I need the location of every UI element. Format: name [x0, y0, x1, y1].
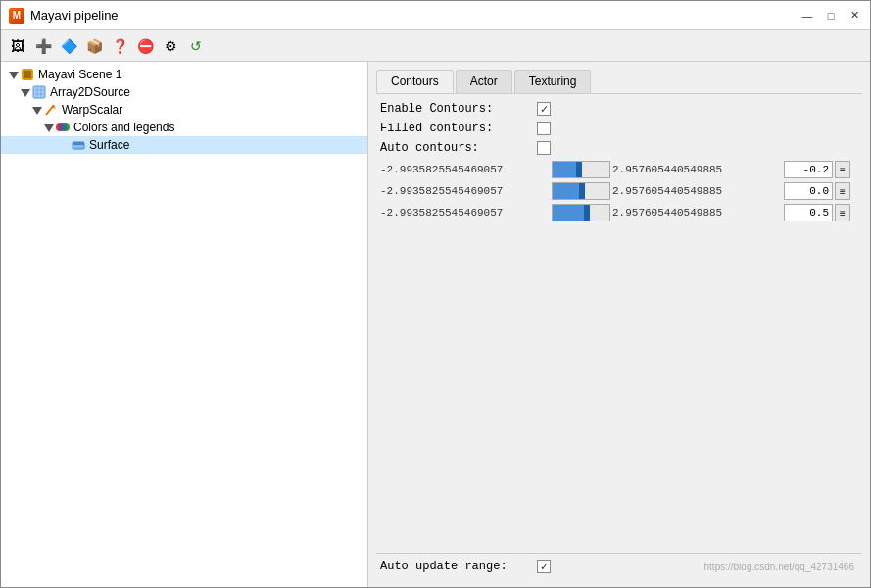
enable-contours-label: Enable Contours:	[380, 102, 537, 116]
tree-label-surface: Surface	[89, 138, 129, 152]
contour-2-value[interactable]	[784, 204, 833, 221]
colors-icon	[56, 121, 70, 134]
auto-contours-row: Auto contours:	[376, 141, 862, 155]
tree-label-colors: Colors and legends	[73, 121, 174, 134]
warpscalar-icon	[44, 103, 58, 117]
filled-contours-checkbox[interactable]	[537, 122, 551, 135]
contours-content: Enable Contours: Filled contours: Auto c…	[376, 102, 862, 553]
contour-1-min: -2.9935825545469057	[380, 185, 552, 197]
arrow-warpscalar	[32, 105, 44, 115]
contour-1-menu-button[interactable]: ≡	[835, 182, 850, 200]
contour-0-thumb[interactable]	[576, 162, 582, 177]
main-window: M Mayavi pipeline — □ ✕ 🖼 ➕ 🔷 📦 ❓ ⛔ ⚙ ↺	[0, 0, 871, 588]
arrow-colors	[44, 122, 56, 132]
contour-1-slider[interactable]	[552, 182, 610, 200]
contour-1-thumb[interactable]	[579, 183, 585, 199]
contour-2-max: 2.957605440549885	[612, 207, 784, 219]
contour-2-thumb[interactable]	[584, 205, 590, 220]
tree-panel: Mayavi Scene 1 Array2DSource	[1, 62, 368, 587]
contour-row-2: -2.9935825545469057 2.957605440549885 ≡	[376, 204, 862, 221]
svg-rect-2	[33, 86, 45, 98]
window-title: Mayavi pipeline	[30, 8, 119, 23]
contour-2-fill	[553, 205, 586, 220]
contour-0-value[interactable]	[784, 161, 833, 178]
auto-update-label: Auto update range:	[380, 560, 537, 573]
contour-row-1: -2.9935825545469057 2.957605440549885 ≡	[376, 182, 862, 200]
title-bar-controls: — □ ✕	[799, 8, 862, 24]
tab-texturing[interactable]: Texturing	[514, 70, 592, 93]
tree-item-colors[interactable]: Colors and legends	[1, 119, 367, 136]
tree-item-surface[interactable]: Surface	[1, 136, 367, 154]
svg-point-11	[59, 123, 67, 131]
surface-icon	[72, 138, 85, 152]
right-panel: Contours Actor Texturing Enable Contours…	[368, 62, 870, 587]
add-module-button[interactable]: 📦	[83, 35, 105, 57]
auto-update-checkbox[interactable]	[537, 560, 551, 573]
arrow-array2d	[21, 87, 32, 97]
tree-item-warpscalar[interactable]: WarpScalar	[1, 101, 367, 119]
minimize-button[interactable]: —	[799, 8, 815, 24]
tree-label-warpscalar: WarpScalar	[62, 103, 122, 117]
tabs: Contours Actor Texturing	[376, 70, 862, 94]
enable-contours-checkbox[interactable]	[537, 102, 551, 116]
tree-label-array2d: Array2DSource	[50, 85, 130, 99]
contour-2-menu-button[interactable]: ≡	[835, 204, 850, 221]
bottom-bar: Auto update range: https://blog.csdn.net…	[376, 553, 862, 579]
filled-contours-row: Filled contours:	[376, 122, 862, 135]
tree-item-scene1[interactable]: Mayavi Scene 1	[1, 66, 367, 83]
arrow-scene1	[9, 70, 21, 79]
contour-1-value[interactable]	[784, 182, 833, 200]
svg-rect-1	[24, 71, 31, 78]
tab-contours[interactable]: Contours	[376, 70, 454, 93]
app-logo: M	[9, 8, 24, 24]
svg-rect-13	[73, 142, 84, 145]
title-bar: M Mayavi pipeline — □ ✕	[1, 1, 870, 30]
contour-1-max: 2.957605440549885	[612, 185, 784, 197]
refresh-button[interactable]: ↺	[185, 35, 207, 57]
close-button[interactable]: ✕	[847, 8, 862, 24]
delete-button[interactable]: ⛔	[134, 35, 156, 57]
array2d-icon	[32, 85, 46, 99]
settings-button[interactable]: ⚙	[160, 35, 181, 57]
scene-icon	[21, 68, 34, 81]
title-bar-left: M Mayavi pipeline	[9, 8, 119, 24]
contour-1-fill	[553, 183, 581, 199]
watermark-text: https://blog.csdn.net/qq_42731466	[704, 562, 858, 572]
add-filter-button[interactable]: 🔷	[58, 35, 79, 57]
contour-row-0: -2.9935825545469057 2.957605440549885 ≡	[376, 161, 862, 178]
new-scene-button[interactable]: 🖼	[7, 35, 28, 57]
filled-contours-label: Filled contours:	[380, 122, 537, 135]
contour-0-fill	[553, 162, 578, 177]
enable-contours-row: Enable Contours:	[376, 102, 862, 116]
tab-actor[interactable]: Actor	[456, 70, 512, 93]
maximize-button[interactable]: □	[823, 8, 839, 24]
contour-2-min: -2.9935825545469057	[380, 207, 552, 219]
tree-item-array2d[interactable]: Array2DSource	[1, 83, 367, 101]
contour-0-max: 2.957605440549885	[612, 164, 784, 175]
contour-0-min: -2.9935825545469057	[380, 164, 552, 175]
auto-contours-checkbox[interactable]	[537, 141, 551, 155]
toolbar: 🖼 ➕ 🔷 📦 ❓ ⛔ ⚙ ↺	[1, 30, 870, 62]
contour-0-slider[interactable]	[552, 161, 610, 178]
tree-label-scene1: Mayavi Scene 1	[38, 68, 121, 81]
contour-2-slider[interactable]	[552, 204, 610, 221]
help-button[interactable]: ❓	[109, 35, 130, 57]
contour-0-menu-button[interactable]: ≡	[835, 161, 850, 178]
auto-contours-label: Auto contours:	[380, 141, 537, 155]
add-source-button[interactable]: ➕	[32, 35, 54, 57]
main-content: Mayavi Scene 1 Array2DSource	[1, 62, 870, 587]
